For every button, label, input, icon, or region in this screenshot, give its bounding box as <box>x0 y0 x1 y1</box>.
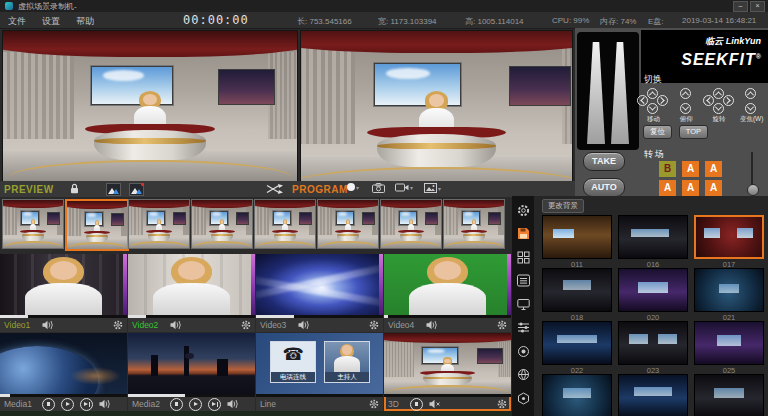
pitch-up-button[interactable] <box>680 88 691 99</box>
change-background-button[interactable]: 更改背景 <box>542 199 584 213</box>
transition-tile-a4[interactable]: A <box>682 180 699 196</box>
scene-thumbnail-4[interactable] <box>191 199 253 249</box>
scene-thumbnail-5[interactable] <box>254 199 316 249</box>
playlist-icon[interactable] <box>516 274 530 288</box>
save-icon[interactable] <box>516 227 530 241</box>
browser-item[interactable]: 025 <box>694 321 764 375</box>
browser-item[interactable]: 021 <box>694 268 764 322</box>
rotate-right-button[interactable] <box>723 95 734 106</box>
move-up-button[interactable] <box>647 88 658 99</box>
source-cell-video4[interactable]: Video4 <box>384 254 511 332</box>
browser-item[interactable]: 018 <box>542 268 612 322</box>
scene-thumbnail-3[interactable] <box>128 199 190 249</box>
snapshot-camera-icon[interactable] <box>372 183 385 193</box>
source-cell-video1[interactable]: Video1 <box>0 254 127 332</box>
top-view-button[interactable]: TOP <box>679 125 708 139</box>
source-cell-3d-scene[interactable]: 3D <box>384 333 511 411</box>
source-cell-video2[interactable]: Video2 <box>128 254 255 332</box>
browser-item[interactable]: 022 <box>542 321 612 375</box>
rotate-left-button[interactable] <box>703 95 714 106</box>
browser-item[interactable] <box>694 374 764 416</box>
zoom-in-button[interactable] <box>745 88 756 99</box>
gear-icon[interactable] <box>369 399 379 409</box>
move-down-button[interactable] <box>647 103 658 114</box>
scene-thumbnail-1[interactable] <box>2 199 64 249</box>
zoom-out-button[interactable] <box>745 103 756 114</box>
gear-icon[interactable] <box>497 320 507 330</box>
speaker-icon[interactable] <box>99 399 111 409</box>
video-capture-icon[interactable]: ▾ <box>395 183 413 192</box>
take-button[interactable]: TAKE <box>583 152 625 171</box>
scene-thumbnail-6[interactable] <box>317 199 379 249</box>
record-source-icon[interactable] <box>516 344 530 358</box>
speaker-muted-icon[interactable] <box>429 399 441 409</box>
menu-settings[interactable]: 设置 <box>42 15 60 28</box>
scene-thumbnail-8[interactable] <box>443 199 505 249</box>
browser-item[interactable] <box>618 374 688 416</box>
transition-tile-a2[interactable]: A <box>705 161 722 177</box>
scene-thumbnail-7[interactable] <box>380 199 442 249</box>
move-left-button[interactable] <box>637 95 648 106</box>
display-icon[interactable] <box>516 297 530 311</box>
move-right-button[interactable] <box>657 95 668 106</box>
menu-file[interactable]: 文件 <box>8 15 26 28</box>
browser-item[interactable]: 023 <box>618 321 688 375</box>
t-bar-handle-left[interactable] <box>587 42 605 144</box>
next-button[interactable] <box>208 398 221 411</box>
stop-button[interactable] <box>170 398 183 411</box>
t-bar-handle-right[interactable] <box>611 42 629 144</box>
network-globe-icon[interactable] <box>516 368 530 382</box>
scene-edit-icon[interactable] <box>106 183 121 196</box>
transition-tile-a3[interactable]: A <box>659 180 676 196</box>
menu-help[interactable]: 帮助 <box>76 15 94 28</box>
speaker-icon[interactable] <box>426 320 438 330</box>
speaker-icon[interactable] <box>298 320 310 330</box>
tune-sliders-icon[interactable] <box>516 321 530 335</box>
stop-button[interactable] <box>42 398 55 411</box>
speaker-icon[interactable] <box>42 320 54 330</box>
source-cell-media1[interactable]: Media1 <box>0 333 127 411</box>
record-button[interactable]: ▾ <box>347 183 359 191</box>
browser-item-selected[interactable]: 017 <box>694 215 764 269</box>
browser-item[interactable]: 020 <box>618 268 688 322</box>
next-button[interactable] <box>80 398 93 411</box>
scene-edit-alt-icon[interactable] <box>129 183 144 196</box>
play-button[interactable] <box>61 398 74 411</box>
stop-button[interactable] <box>410 398 423 411</box>
minimize-button[interactable]: – <box>733 1 748 12</box>
source-cell-media2[interactable]: Media2 <box>128 333 255 411</box>
scene-thumbnail-2-selected[interactable] <box>65 199 129 251</box>
transition-speed-knob[interactable] <box>747 184 759 196</box>
settings-gear-icon[interactable] <box>516 203 530 217</box>
phone-call-option[interactable]: ☎ 电话连线 <box>270 341 316 383</box>
gear-icon[interactable] <box>113 320 123 330</box>
swap-preview-program-icon[interactable] <box>266 184 284 194</box>
transition-tile-a1[interactable]: A <box>682 161 699 177</box>
rotate-down-button[interactable] <box>713 103 724 114</box>
gear-icon[interactable] <box>241 320 251 330</box>
source-cell-line[interactable]: ☎ 电话连线 主持人 Line <box>256 333 383 411</box>
t-bar[interactable] <box>577 32 639 150</box>
source-cell-video3[interactable]: Video3 <box>256 254 383 332</box>
rotate-up-button[interactable] <box>713 88 724 99</box>
pad-move: 移动 <box>637 88 670 126</box>
speaker-icon[interactable] <box>227 399 239 409</box>
gear-icon[interactable] <box>497 399 507 409</box>
speaker-icon[interactable] <box>170 320 182 330</box>
transition-tile-b[interactable]: B <box>659 161 676 177</box>
plugin-icon[interactable] <box>516 391 530 405</box>
layout-grid-icon[interactable] <box>516 250 530 264</box>
browser-item[interactable] <box>542 374 612 416</box>
transition-tile-a5[interactable]: A <box>705 180 722 196</box>
close-button[interactable]: × <box>750 1 765 12</box>
lock-icon[interactable] <box>70 183 79 194</box>
reset-button[interactable]: 复位 <box>643 125 672 139</box>
host-option[interactable]: 主持人 <box>324 341 370 383</box>
browser-item[interactable]: 016 <box>618 215 688 269</box>
pitch-down-button[interactable] <box>680 103 691 114</box>
gear-icon[interactable] <box>369 320 379 330</box>
browser-item[interactable]: 011 <box>542 215 612 269</box>
image-output-icon[interactable]: ▾ <box>424 183 441 193</box>
play-button[interactable] <box>189 398 202 411</box>
auto-button[interactable]: AUTO <box>583 178 625 197</box>
